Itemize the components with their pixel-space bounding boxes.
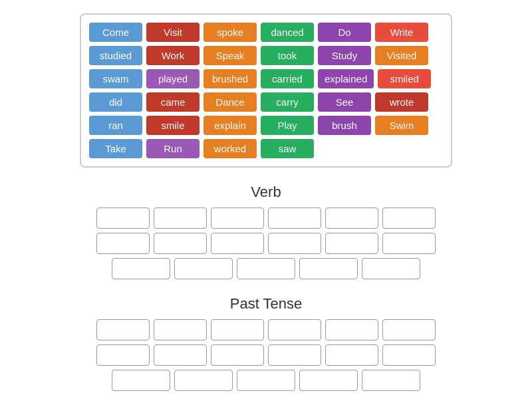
- past-drop-5[interactable]: [325, 319, 378, 340]
- word-btn-ran[interactable]: ran: [89, 116, 142, 135]
- word-btn-carried[interactable]: carried: [261, 69, 314, 88]
- verb-drop-3[interactable]: [211, 207, 264, 229]
- word-btn-explained[interactable]: explained: [318, 69, 374, 88]
- verb-drop-16[interactable]: [299, 258, 358, 279]
- past-row-2: [96, 344, 436, 366]
- word-bank-row-6: TakeRunworkedsaw: [89, 139, 443, 158]
- verb-drop-4[interactable]: [268, 207, 321, 229]
- past-drop-12[interactable]: [382, 344, 436, 366]
- past-drop-15[interactable]: [237, 370, 295, 391]
- word-bank-row-2: studiedWorkSpeaktookStudyVisited: [89, 46, 443, 65]
- word-btn-spoke[interactable]: spoke: [203, 23, 257, 42]
- word-btn-did[interactable]: did: [89, 92, 142, 112]
- word-bank-row-4: didcameDancecarrySeewrote: [89, 92, 443, 112]
- verb-drop-6[interactable]: [382, 207, 436, 229]
- word-btn-wrote[interactable]: wrote: [375, 92, 428, 112]
- word-btn-worked[interactable]: worked: [203, 139, 257, 158]
- verb-section-title: Verb: [251, 184, 281, 201]
- verb-drop-10[interactable]: [268, 233, 321, 254]
- word-btn-took[interactable]: took: [261, 46, 314, 65]
- verb-drop-7[interactable]: [96, 233, 150, 254]
- word-bank: ComeVisitspokedancedDoWritestudiedWorkSp…: [80, 13, 452, 168]
- verb-row-3: [112, 258, 420, 279]
- past-drop-9[interactable]: [211, 344, 264, 366]
- word-btn-danced[interactable]: danced: [261, 23, 314, 42]
- past-drop-11[interactable]: [325, 344, 378, 366]
- word-btn-visit[interactable]: Visit: [146, 23, 200, 42]
- verb-drop-17[interactable]: [362, 258, 420, 279]
- past-drop-2[interactable]: [154, 319, 207, 340]
- word-bank-row-1: ComeVisitspokedancedDoWrite: [89, 23, 443, 42]
- word-btn-explain[interactable]: explain: [203, 116, 257, 135]
- word-btn-run[interactable]: Run: [146, 139, 200, 158]
- verb-drop-13[interactable]: [112, 258, 170, 279]
- word-bank-row-5: ransmileexplainPlaybrushSwim: [89, 116, 443, 135]
- verb-drop-11[interactable]: [325, 233, 378, 254]
- word-btn-came[interactable]: came: [146, 92, 200, 112]
- verb-drop-12[interactable]: [382, 233, 436, 254]
- verb-drop-2[interactable]: [154, 207, 207, 229]
- word-btn-played[interactable]: played: [146, 69, 200, 88]
- past-tense-section-title: Past Tense: [230, 295, 302, 313]
- word-btn-take[interactable]: Take: [89, 139, 142, 158]
- word-btn-smile[interactable]: smile: [146, 116, 200, 135]
- word-btn-studied[interactable]: studied: [89, 46, 142, 65]
- word-btn-write[interactable]: Write: [375, 23, 428, 42]
- word-btn-do[interactable]: Do: [318, 23, 371, 42]
- word-btn-visited[interactable]: Visited: [375, 46, 428, 65]
- past-drop-14[interactable]: [174, 370, 233, 391]
- word-bank-row-3: swamplayedbrushedcarriedexplainedsmiled: [89, 69, 443, 88]
- verb-drop-1[interactable]: [96, 207, 150, 229]
- verb-row-2: [96, 233, 436, 254]
- past-tense-drop-area: [80, 319, 452, 391]
- word-btn-play[interactable]: Play: [261, 116, 314, 135]
- verb-drop-14[interactable]: [174, 258, 233, 279]
- word-btn-smiled[interactable]: smiled: [378, 69, 431, 88]
- past-drop-17[interactable]: [362, 370, 420, 391]
- word-btn-see[interactable]: See: [318, 92, 371, 112]
- word-btn-carry[interactable]: carry: [261, 92, 314, 112]
- verb-drop-area: [80, 207, 452, 279]
- word-btn-work[interactable]: Work: [146, 46, 200, 65]
- past-drop-4[interactable]: [268, 319, 321, 340]
- past-drop-1[interactable]: [96, 319, 150, 340]
- past-drop-8[interactable]: [154, 344, 207, 366]
- past-drop-10[interactable]: [268, 344, 321, 366]
- verb-drop-5[interactable]: [325, 207, 378, 229]
- past-row-3: [112, 370, 420, 391]
- past-drop-7[interactable]: [96, 344, 150, 366]
- word-btn-saw[interactable]: saw: [261, 139, 314, 158]
- past-row-1: [96, 319, 436, 340]
- past-drop-3[interactable]: [211, 319, 264, 340]
- word-btn-brush[interactable]: brush: [318, 116, 371, 135]
- verb-drop-9[interactable]: [211, 233, 264, 254]
- word-btn-dance[interactable]: Dance: [203, 92, 257, 112]
- verb-row-1: [96, 207, 436, 229]
- past-drop-6[interactable]: [382, 319, 436, 340]
- past-drop-13[interactable]: [112, 370, 170, 391]
- verb-drop-8[interactable]: [154, 233, 207, 254]
- word-btn-study[interactable]: Study: [318, 46, 371, 65]
- word-btn-come[interactable]: Come: [89, 23, 142, 42]
- word-btn-swim[interactable]: Swim: [375, 116, 428, 135]
- word-btn-brushed[interactable]: brushed: [203, 69, 257, 88]
- word-btn-swam[interactable]: swam: [89, 69, 142, 88]
- word-btn-speak[interactable]: Speak: [203, 46, 257, 65]
- past-drop-16[interactable]: [299, 370, 358, 391]
- verb-drop-15[interactable]: [237, 258, 295, 279]
